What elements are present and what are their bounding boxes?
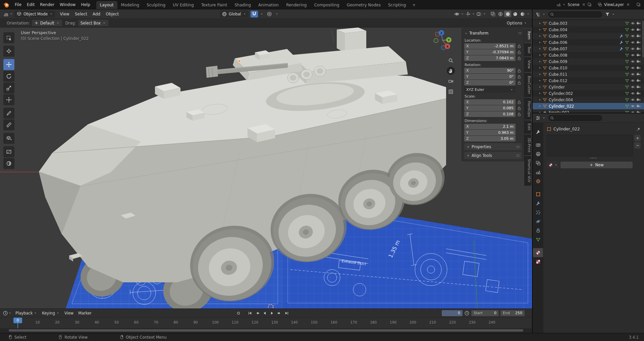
breadcrumb-object-name[interactable]: Cylinder_022 [553,127,580,131]
material-slot-list[interactable] [547,135,633,156]
properties-tab-physics[interactable] [533,217,543,226]
sidebar-tab-item[interactable]: Item [524,28,531,43]
properties-search-input[interactable] [548,115,602,121]
render-visibility-icon[interactable] [636,53,641,57]
disclosure-icon[interactable] [538,104,542,108]
outliner-item-cube-008[interactable]: Cube.008 [533,52,644,58]
lock-icon[interactable] [517,44,522,49]
hide-eye-icon[interactable] [631,104,635,108]
jump-to-start-button[interactable] [246,310,254,316]
jump-to-end-button[interactable] [283,310,290,316]
transform-orientation-selector[interactable]: Global [220,11,249,17]
render-visibility-icon[interactable] [636,27,641,32]
hide-eye-icon[interactable] [631,110,635,113]
sidebar-tab-edit[interactable]: Edit [524,120,531,133]
pin-icon[interactable] [636,127,641,131]
disclosure-icon[interactable] [538,98,542,102]
outliner-item-cylinder-002[interactable]: Cylinder.002 [533,90,644,97]
editor-type-selector[interactable] [2,11,14,17]
navigation-gizmo[interactable]: Z Y X [430,27,456,54]
properties-tab-modifiers[interactable] [533,199,543,208]
lock-icon[interactable] [517,50,522,55]
hide-eye-icon[interactable] [631,47,635,51]
proportional-edit-toggle[interactable] [266,11,273,17]
workspace-tab-uv-editing[interactable]: UV Editing [169,1,198,9]
menu-file[interactable]: File [12,0,24,9]
disclosure-icon[interactable] [538,21,542,25]
preview-range-icon[interactable] [464,310,470,316]
playhead[interactable]: 0 [13,318,22,328]
lock-icon[interactable] [517,106,522,111]
outliner-item-cube-010[interactable]: Cube.010 [533,65,644,71]
zoom-button[interactable] [447,56,455,64]
properties-tab-object-data[interactable] [533,235,543,244]
auto-keying-button[interactable] [235,310,242,316]
viewport-menu-view[interactable]: View [57,12,72,16]
properties-tab-tool[interactable] [533,127,543,136]
field-location--z[interactable]: Z7.0843 m [464,55,516,61]
hide-eye-icon[interactable] [631,53,635,57]
disclosure-icon[interactable] [538,34,542,38]
rotation-mode-dropdown[interactable]: XYZ Euler [464,87,516,93]
render-visibility-icon[interactable] [636,98,641,102]
field-rotation--z[interactable]: Z0° [464,80,516,86]
disclosure-icon[interactable] [538,66,542,70]
outliner-editor-caret-icon[interactable] [542,12,546,16]
lock-icon[interactable] [517,112,522,117]
sidebar-tab-view[interactable]: View [524,57,531,72]
field-scale--y[interactable]: Y0.085 [464,105,516,111]
current-frame-field[interactable]: 0 [442,310,463,316]
lock-icon[interactable] [517,68,522,73]
viewport-menu-select[interactable]: Select [72,12,90,16]
snap-toggle[interactable] [251,11,258,17]
disclosure-icon[interactable] [538,53,542,57]
menu-edit[interactable]: Edit [24,0,37,9]
sidebar-tab-shortcut-vur[interactable]: Shortcut VUr [524,156,531,185]
modifier-wrench-icon[interactable] [619,47,624,51]
properties-tab-texture[interactable] [533,257,543,266]
outliner-item-empty-002[interactable]: Empty.002 [533,109,644,113]
properties-tab-output[interactable] [533,150,543,159]
outliner-item-cube-007[interactable]: Cube.007 [533,46,644,52]
shading-material-button[interactable] [512,11,519,17]
scene-caret-icon[interactable] [562,3,566,6]
outliner-editor-icon[interactable] [535,12,541,17]
timeline-editor-icon[interactable] [3,310,8,316]
hide-eye-icon[interactable] [631,85,635,89]
sidebar-tab-3d-print[interactable]: 3D-Print [524,134,531,156]
lock-icon[interactable] [517,130,522,135]
workspace-tab-layout[interactable]: Layout [96,1,117,9]
outliner-item-cube-011[interactable]: Cube.011 [533,71,644,77]
panel-grip[interactable] [518,32,522,35]
scene-unlink-icon[interactable] [582,2,586,7]
disclosure-icon[interactable] [538,60,542,63]
panel-header-properties[interactable]: Properties [464,143,522,150]
proportional-caret-icon[interactable] [275,12,279,16]
add-slot-button[interactable] [634,135,641,141]
render-visibility-icon[interactable] [636,40,641,45]
properties-tab-view-layer[interactable] [533,159,543,168]
disclosure-icon[interactable] [538,72,542,76]
properties-editor-caret-icon[interactable] [542,116,546,120]
lock-icon[interactable] [517,80,522,85]
render-visibility-icon[interactable] [636,91,641,96]
3d-viewport[interactable]: 7.3 m [0,27,532,308]
properties-tab-object[interactable] [533,190,543,199]
sidebar-tab-boxcutter[interactable]: BoxCutter [524,73,531,97]
previous-keyframe-button[interactable] [254,310,261,316]
lock-icon[interactable] [517,56,522,61]
shading-wireframe-button[interactable] [497,11,504,17]
properties-tab-particles[interactable] [533,208,543,217]
visibility-caret-icon[interactable] [461,12,464,16]
workspace-tab-animation[interactable]: Animation [255,1,282,9]
timeline-scrollbar[interactable] [9,329,523,332]
disclosure-icon[interactable] [538,85,542,89]
hide-eye-icon[interactable] [631,21,635,25]
disclosure-icon[interactable] [538,28,542,32]
hide-eye-icon[interactable] [631,59,635,64]
viewlayer-unlink-icon[interactable] [626,2,630,7]
workspace-tab-scripting[interactable]: Scripting [384,1,410,9]
viewport-menu-add[interactable]: Add [90,12,103,16]
tool-boxcutter[interactable] [3,146,14,157]
outliner-item-cylinder-022[interactable]: Cylinder_022 [533,103,644,109]
